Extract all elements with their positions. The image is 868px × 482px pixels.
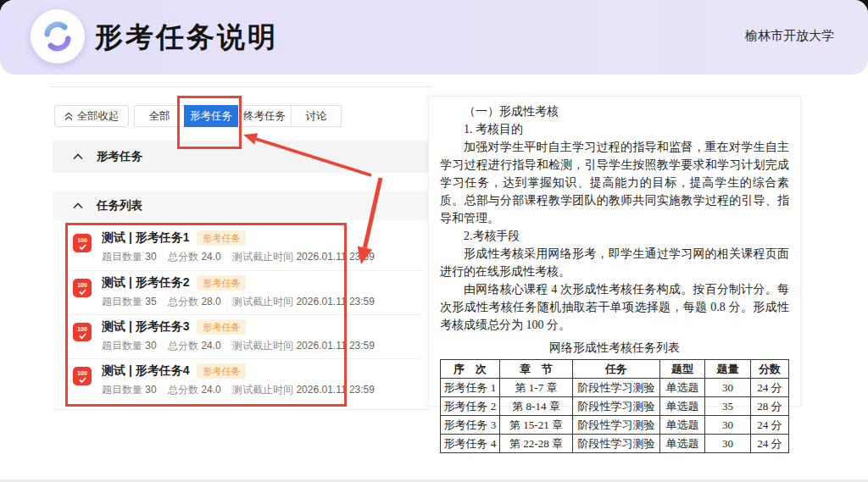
section-header-task-list[interactable]: 任务列表 xyxy=(53,191,431,220)
annotation-box-task-list xyxy=(65,223,347,407)
table-row: 形考任务 3 第 15-21 章 阶段性学习测验 单选题 30 24 分 xyxy=(441,416,789,435)
col-header-task: 任务 xyxy=(573,360,660,379)
page-title: 形考任务说明 xyxy=(95,19,278,57)
double-chevron-up-icon xyxy=(64,112,73,121)
lms-screenshot-panel: 全部收起 全部 形考任务 终考任务 讨论 形考任务 任务列表 100 xyxy=(51,85,432,417)
assessment-task-table: 序 次 章 节 任务 题型 题量 分数 形考任务 1 第 1-7 章 阶段性学习… xyxy=(440,359,789,453)
doc-subheading-method: 2.考核手段 xyxy=(440,227,789,245)
doc-paragraph-scoring: 由网络核心课程 4 次形成性考核任务构成。按百分制计分。每次形成性考核任务随机抽… xyxy=(440,280,789,334)
assessment-description-document: （一）形成性考核 1. 考核目的 加强对学生平时自主学习过程的指导和监督，重在对… xyxy=(428,96,801,407)
chevron-up-icon xyxy=(73,153,83,160)
tab-formative-tasks[interactable]: 形考任务 xyxy=(184,105,238,127)
table-row: 形考任务 1 第 1-7 章 阶段性学习测验 单选题 30 24 分 xyxy=(441,379,789,397)
doc-heading-1: （一）形成性考核 xyxy=(440,102,789,120)
col-header-seq: 序 次 xyxy=(441,360,500,379)
col-header-qcount: 题量 xyxy=(705,360,750,379)
doc-paragraph-purpose: 加强对学生平时自主学习过程的指导和监督，重在对学生自主学习过程进行指导和检测，引… xyxy=(440,138,789,227)
divider xyxy=(53,409,431,410)
tab-final-tasks[interactable]: 终考任务 xyxy=(237,105,292,127)
chevron-up-icon xyxy=(73,202,83,209)
table-caption: 网络形成性考核任务列表 xyxy=(440,339,789,357)
collapse-all-label: 全部收起 xyxy=(77,109,120,124)
doc-paragraph-method: 形成性考核采用网络形考，即学生通过学习网的相关课程页面进行的在线形成性考核。 xyxy=(440,245,789,280)
section-header-formative[interactable]: 形考任务 xyxy=(53,141,431,173)
organization-name: 榆林市开放大学 xyxy=(745,28,834,44)
col-header-score: 分数 xyxy=(750,360,788,379)
swirl-logo-icon xyxy=(39,18,76,55)
filter-toolbar: 全部收起 全部 形考任务 终考任务 讨论 xyxy=(54,105,342,127)
table-row: 形考任务 4 第 22-28 章 阶段性学习测验 单选题 30 24 分 xyxy=(441,435,789,453)
header-band: 形考任务说明 榆林市开放大学 xyxy=(0,0,868,75)
divider xyxy=(51,86,432,87)
app-logo xyxy=(31,9,85,64)
tab-discussion[interactable]: 讨论 xyxy=(291,105,342,127)
col-header-qtype: 题型 xyxy=(659,360,704,379)
collapse-all-button[interactable]: 全部收起 xyxy=(54,105,129,127)
table-header-row: 序 次 章 节 任务 题型 题量 分数 xyxy=(441,360,789,379)
col-header-chapter: 章 节 xyxy=(499,360,572,379)
slide-canvas: 形考任务说明 榆林市开放大学 全部收起 全部 形考任务 终考任务 讨论 xyxy=(0,0,868,482)
task-list-label: 任务列表 xyxy=(97,198,142,213)
doc-subheading-purpose: 1. 考核目的 xyxy=(440,120,789,138)
table-row: 形考任务 2 第 8-14 章 阶段性学习测验 单选题 35 28 分 xyxy=(441,397,789,416)
section-label: 形考任务 xyxy=(97,149,142,164)
